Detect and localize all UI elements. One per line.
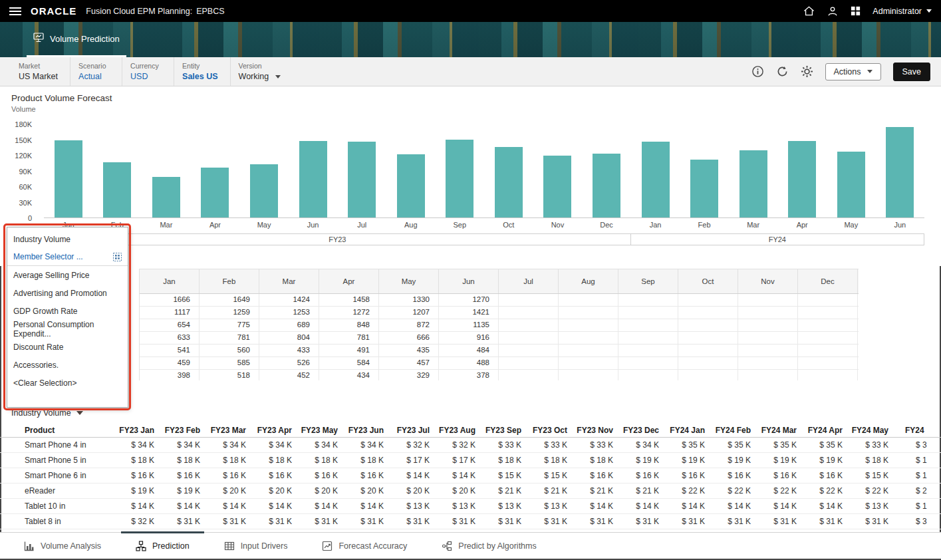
- grid-cell[interactable]: 1270: [439, 294, 499, 306]
- grid-cell[interactable]: [738, 332, 798, 344]
- grid-cell[interactable]: 781: [319, 332, 379, 344]
- grid-cell[interactable]: [499, 370, 559, 380]
- grid-cell[interactable]: [798, 345, 858, 356]
- grid-cell[interactable]: [798, 357, 858, 369]
- grid-cell[interactable]: [678, 307, 738, 319]
- grid-cell[interactable]: [618, 357, 678, 369]
- bottom-tab-volume-analysis[interactable]: Volume Analysis: [7, 533, 118, 559]
- grid-cell[interactable]: 781: [200, 332, 259, 344]
- grid-cell[interactable]: [798, 307, 858, 319]
- grid-cell[interactable]: 1666: [140, 294, 200, 306]
- grid-cell[interactable]: 1253: [259, 307, 319, 319]
- grid-cell[interactable]: 916: [439, 332, 499, 344]
- grid-cell[interactable]: [738, 319, 798, 331]
- bottom-tab-forecast-accuracy[interactable]: Forecast Accuracy: [305, 533, 424, 559]
- home-icon[interactable]: [803, 5, 815, 17]
- grid-cell[interactable]: 666: [379, 332, 439, 344]
- popup-item-industry-volume[interactable]: Industry Volume: [7, 230, 128, 248]
- grid-cell[interactable]: 560: [200, 345, 259, 356]
- grid-cell[interactable]: [798, 294, 858, 306]
- grid-cell[interactable]: [499, 345, 559, 356]
- grid-cell[interactable]: [678, 370, 738, 380]
- pov-member-actual[interactable]: Actual: [78, 72, 110, 81]
- grid-cell[interactable]: [618, 307, 678, 319]
- grid-cell[interactable]: [738, 307, 798, 319]
- apps-grid-icon[interactable]: [850, 5, 861, 17]
- grid-cell[interactable]: [618, 370, 678, 380]
- settings-gear-icon[interactable]: [801, 65, 813, 78]
- grid-cell[interactable]: 1259: [200, 307, 259, 319]
- grid-cell[interactable]: [798, 319, 858, 331]
- popup-item-discount-rate[interactable]: Discount Rate: [7, 338, 128, 356]
- grid-cell[interactable]: 1421: [439, 307, 499, 319]
- grid-cell[interactable]: [738, 345, 798, 356]
- grid-cell[interactable]: [798, 370, 858, 380]
- grid-cell[interactable]: [738, 357, 798, 369]
- grid-cell[interactable]: [499, 307, 559, 319]
- popup-item-gdp-growth-rate[interactable]: GDP Growth Rate: [7, 302, 128, 320]
- grid-cell[interactable]: [559, 319, 618, 331]
- grid-cell[interactable]: [559, 345, 618, 356]
- grid-cell[interactable]: 518: [200, 370, 259, 380]
- grid-cell[interactable]: [618, 294, 678, 306]
- user-menu[interactable]: Administrator: [873, 7, 932, 16]
- grid-cell[interactable]: 484: [439, 345, 499, 356]
- grid-cell[interactable]: 848: [319, 319, 379, 331]
- popup-item-accessories[interactable]: Accessories.: [7, 356, 128, 374]
- grid-cell[interactable]: 378: [439, 370, 499, 380]
- grid-cell[interactable]: [559, 332, 618, 344]
- grid-cell[interactable]: [499, 319, 559, 331]
- popup-item-clear-selection[interactable]: <Clear Selection>: [7, 374, 128, 392]
- popup-item-personal-consumption-expendit[interactable]: Personal Consumption Expendit...: [7, 320, 128, 338]
- grid-cell[interactable]: 1117: [140, 307, 200, 319]
- grid-cell[interactable]: 1649: [200, 294, 259, 306]
- pov-member-usd[interactable]: USD: [130, 72, 162, 81]
- grid-cell[interactable]: [738, 370, 798, 380]
- grid-cell[interactable]: 329: [379, 370, 439, 380]
- grid-cell[interactable]: [618, 332, 678, 344]
- grid-cell[interactable]: 457: [379, 357, 439, 369]
- grid-cell[interactable]: 398: [140, 370, 200, 380]
- grid-cell[interactable]: 459: [140, 357, 200, 369]
- grid-cell[interactable]: 1458: [319, 294, 379, 306]
- grid-cell[interactable]: 491: [319, 345, 379, 356]
- pov-member-working[interactable]: Working: [239, 72, 281, 81]
- grid-cell[interactable]: [499, 294, 559, 306]
- info-icon[interactable]: [751, 65, 764, 78]
- grid-cell[interactable]: 1424: [259, 294, 319, 306]
- grid-cell[interactable]: [798, 332, 858, 344]
- grid-cell[interactable]: [678, 319, 738, 331]
- grid-cell[interactable]: [678, 345, 738, 356]
- grid-cell[interactable]: [499, 332, 559, 344]
- grid-cell[interactable]: 689: [259, 319, 319, 331]
- grid-cell[interactable]: 585: [200, 357, 259, 369]
- actions-button[interactable]: Actions: [825, 63, 881, 80]
- grid-cell[interactable]: [559, 357, 618, 369]
- popup-item-advertising-and-promotion[interactable]: Advertising and Promotion: [7, 284, 128, 302]
- grid-cell[interactable]: 488: [439, 357, 499, 369]
- tab-volume-prediction[interactable]: Volume Prediction: [27, 22, 126, 57]
- grid-cell[interactable]: 633: [140, 332, 200, 344]
- grid-cell[interactable]: 452: [259, 370, 319, 380]
- grid-cell[interactable]: [559, 370, 618, 380]
- bottom-tab-input-drivers[interactable]: Input Drivers: [207, 533, 305, 559]
- grid-cell[interactable]: [618, 345, 678, 356]
- bottom-tab-prediction[interactable]: Prediction: [118, 533, 207, 559]
- hamburger-menu-icon[interactable]: [9, 7, 21, 15]
- popup-item-average-selling-price[interactable]: Average Selling Price: [7, 266, 128, 284]
- grid-cell[interactable]: [618, 319, 678, 331]
- grid-cell[interactable]: 434: [319, 370, 379, 380]
- grid-cell[interactable]: 1330: [379, 294, 439, 306]
- popup-item-member-selector[interactable]: Member Selector ...: [7, 248, 128, 266]
- grid-cell[interactable]: [499, 357, 559, 369]
- driver-dropdown[interactable]: Industry Volume: [11, 408, 83, 418]
- grid-cell[interactable]: [678, 332, 738, 344]
- grid-cell[interactable]: 654: [140, 319, 200, 331]
- grid-cell[interactable]: 1207: [379, 307, 439, 319]
- grid-cell[interactable]: 526: [259, 357, 319, 369]
- bottom-tab-predict-by-algorithms[interactable]: Predict by Algorithms: [424, 533, 553, 559]
- grid-cell[interactable]: 1135: [439, 319, 499, 331]
- grid-cell[interactable]: 541: [140, 345, 200, 356]
- grid-cell[interactable]: 1272: [319, 307, 379, 319]
- grid-cell[interactable]: 872: [379, 319, 439, 331]
